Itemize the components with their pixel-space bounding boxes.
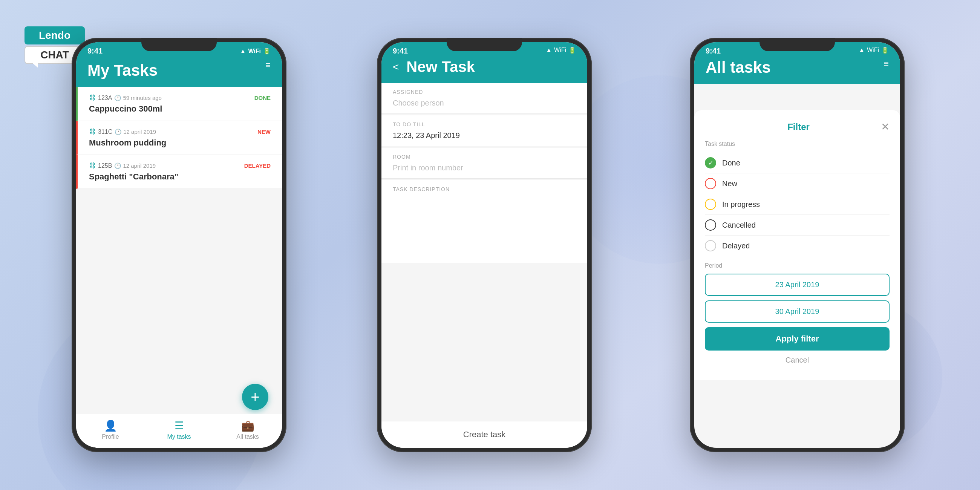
- period-from-button[interactable]: 23 April 2019: [705, 274, 889, 296]
- phone-2-screen: 9:41 ▲ WiFi 🔋 < New Task ASSIGNED Choose…: [382, 42, 587, 448]
- assigned-label: ASSIGNED: [393, 89, 576, 95]
- task-3-id: 125B: [98, 162, 112, 169]
- task-1-status: DONE: [255, 95, 270, 101]
- nav-profile-label: Profile: [102, 433, 119, 440]
- phone-my-tasks: 9:41 ▲ WiFi 🔋 ≡ My Tasks ⛓: [72, 38, 286, 452]
- all-tasks-icon: 💼: [241, 420, 255, 432]
- task-1-name: Cappuccino 300ml: [89, 104, 270, 114]
- description-field: TASK DESCRIPTION: [382, 180, 587, 263]
- bottom-nav: 👤 Profile ☰ My tasks 💼 All tasks: [76, 414, 282, 448]
- task-2-icon: ⛓: [89, 128, 96, 136]
- delayed-circle: [705, 240, 716, 251]
- period-section: Period 23 April 2019 30 April 2019 Apply…: [705, 262, 889, 370]
- in-progress-circle: [705, 199, 716, 210]
- nav-profile[interactable]: 👤 Profile: [76, 420, 145, 440]
- phone-new-task: 9:41 ▲ WiFi 🔋 < New Task ASSIGNED Choose…: [377, 38, 592, 452]
- filter-cancelled[interactable]: Cancelled: [705, 215, 889, 235]
- assigned-input[interactable]: Choose person: [393, 99, 576, 107]
- task-item-3[interactable]: ⛓ 125B 🕐 12 april 2019 DELAYED Spaghetti…: [76, 155, 282, 189]
- filter-icon[interactable]: ≡: [266, 60, 270, 70]
- todo-label: TO DO TILL: [393, 121, 576, 127]
- new-task-form: ASSIGNED Choose person TO DO TILL 12:23,…: [382, 83, 587, 263]
- assigned-placeholder: Choose person: [393, 99, 444, 107]
- filter-header: Filter ✕: [705, 121, 889, 133]
- phone-1-notch: [142, 38, 217, 51]
- filter-modal: Filter ✕ Task status ✓ Done New In progr…: [694, 110, 900, 380]
- create-task-button[interactable]: Create task: [382, 421, 587, 448]
- filter-new[interactable]: New: [705, 173, 889, 194]
- room-field: ROOM Print in room number: [382, 148, 587, 179]
- todo-input[interactable]: 12:23, 23 April 2019: [393, 131, 576, 140]
- apply-filter-button[interactable]: Apply filter: [705, 327, 889, 350]
- period-to-button[interactable]: 30 April 2019: [705, 301, 889, 323]
- phone-2-frame: 9:41 ▲ WiFi 🔋 < New Task ASSIGNED Choose…: [377, 38, 592, 452]
- done-label: Done: [722, 159, 740, 167]
- phone-1-time: 9:41: [88, 47, 102, 56]
- phone-3-header: ≡ All tasks: [694, 56, 900, 84]
- task-3-status: DELAYED: [244, 162, 270, 169]
- assigned-field: ASSIGNED Choose person: [382, 83, 587, 114]
- nav-my-tasks-label: My tasks: [167, 433, 191, 440]
- in-progress-label: In progress: [722, 200, 760, 209]
- done-circle: ✓: [705, 157, 716, 169]
- phone-1-status-icons: ▲ WiFi 🔋: [240, 48, 270, 55]
- phone-2-title: New Task: [406, 59, 475, 75]
- task-2-status: NEW: [258, 129, 270, 135]
- todo-field: TO DO TILL 12:23, 23 April 2019: [382, 115, 587, 146]
- description-label: TASK DESCRIPTION: [393, 186, 576, 192]
- cancelled-label: Cancelled: [722, 221, 756, 229]
- phone-1-frame: 9:41 ▲ WiFi 🔋 ≡ My Tasks ⛓: [72, 38, 286, 452]
- task-2-name: Mushroom pudding: [89, 138, 270, 148]
- phone-2-time: 9:41: [393, 47, 408, 56]
- phone-3-status-icons: ▲ WiFi 🔋: [859, 47, 889, 56]
- add-task-fab[interactable]: +: [242, 384, 268, 410]
- room-input[interactable]: Print in room number: [393, 164, 576, 172]
- phone-all-tasks: 9:41 ▲ WiFi 🔋 ≡ All tasks Filter ✕: [690, 38, 905, 452]
- task-list: ⛓ 123A 🕐 59 minutes ago DONE Cappuccino …: [76, 87, 282, 189]
- task-1-time: 🕐 59 minutes ago: [114, 95, 162, 102]
- phone-2-notch: [447, 38, 522, 51]
- room-placeholder: Print in room number: [393, 164, 463, 172]
- task-2-id: 311C: [98, 129, 112, 135]
- phone-1-header: ≡ My Tasks: [76, 56, 282, 87]
- cancelled-circle: [705, 220, 716, 231]
- task-3-icon: ⛓: [89, 162, 96, 170]
- nav-all-tasks-label: All tasks: [236, 433, 259, 440]
- task-1-id: 123A: [98, 95, 112, 102]
- phone-3-notch: [759, 38, 835, 51]
- phone-3-screen: 9:41 ▲ WiFi 🔋 ≡ All tasks Filter ✕: [694, 42, 900, 448]
- task-item-1[interactable]: ⛓ 123A 🕐 59 minutes ago DONE Cappuccino …: [76, 87, 282, 121]
- delayed-label: Delayed: [722, 242, 750, 250]
- my-tasks-icon: ☰: [175, 420, 184, 432]
- filter-title: Filter: [716, 122, 881, 132]
- new-label: New: [722, 180, 737, 188]
- filter-close-button[interactable]: ✕: [881, 121, 889, 133]
- phone-3-title: All tasks: [706, 59, 889, 76]
- task-status-label: Task status: [705, 141, 889, 147]
- nav-all-tasks[interactable]: 💼 All tasks: [213, 420, 282, 440]
- task-item-2[interactable]: ⛓ 311C 🕐 12 april 2019 NEW Mushroom pudd…: [76, 121, 282, 155]
- phone-3-frame: 9:41 ▲ WiFi 🔋 ≡ All tasks Filter ✕: [690, 38, 905, 452]
- phone-1-title: My Tasks: [88, 61, 270, 80]
- room-label: ROOM: [393, 154, 576, 160]
- new-circle: [705, 178, 716, 189]
- filter-in-progress[interactable]: In progress: [705, 194, 889, 215]
- phone-3-time: 9:41: [706, 47, 721, 56]
- task-2-time: 🕐 12 april 2019: [115, 129, 156, 135]
- filter-delayed[interactable]: Delayed: [705, 235, 889, 256]
- phone-2-header: < New Task: [382, 56, 587, 83]
- phone-3-filter-icon[interactable]: ≡: [883, 59, 889, 69]
- task-3-time: 🕐 12 april 2019: [114, 162, 156, 169]
- phone-1-screen: 9:41 ▲ WiFi 🔋 ≡ My Tasks ⛓: [76, 42, 282, 448]
- nav-my-tasks[interactable]: ☰ My tasks: [145, 420, 213, 440]
- task-1-icon: ⛓: [89, 94, 96, 102]
- back-button[interactable]: <: [393, 61, 399, 73]
- phone-2-status-icons: ▲ WiFi 🔋: [546, 47, 576, 56]
- period-label: Period: [705, 262, 889, 269]
- cancel-filter-button[interactable]: Cancel: [705, 350, 889, 370]
- task-3-name: Spaghetti "Carbonara": [89, 172, 270, 182]
- filter-done[interactable]: ✓ Done: [705, 153, 889, 173]
- profile-icon: 👤: [104, 420, 117, 432]
